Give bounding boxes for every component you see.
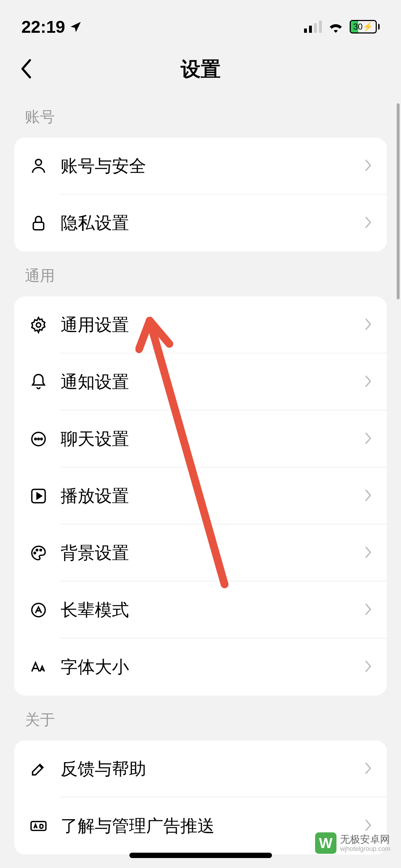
location-icon bbox=[70, 20, 82, 33]
chevron-right-icon bbox=[364, 602, 372, 618]
svg-point-10 bbox=[41, 438, 42, 440]
row-label: 字体大小 bbox=[61, 656, 364, 678]
watermark-subtitle: wjhotelgroup.com bbox=[340, 845, 390, 853]
chevron-right-icon bbox=[364, 818, 372, 834]
scrollbar[interactable] bbox=[397, 103, 400, 299]
person-icon bbox=[29, 156, 48, 176]
svg-point-8 bbox=[35, 438, 36, 440]
back-chevron-icon bbox=[18, 58, 34, 79]
row-label: 通知设置 bbox=[61, 371, 364, 393]
row-label: 播放设置 bbox=[61, 485, 364, 507]
svg-point-9 bbox=[38, 438, 39, 440]
svg-point-15 bbox=[40, 549, 41, 551]
chevron-right-icon bbox=[364, 659, 372, 675]
svg-point-16 bbox=[32, 603, 45, 617]
row-font-size[interactable]: 字体大小 bbox=[14, 639, 387, 696]
row-notifications[interactable]: 通知设置 bbox=[14, 353, 387, 410]
watermark-logo: W bbox=[315, 832, 336, 854]
chevron-right-icon bbox=[364, 158, 372, 174]
gear-icon bbox=[29, 315, 48, 335]
svg-rect-17 bbox=[31, 822, 46, 831]
row-chat[interactable]: 聊天设置 bbox=[14, 410, 387, 467]
nav-bar: 设置 bbox=[0, 46, 401, 93]
watermark: W 无极安卓网 wjhotelgroup.com bbox=[315, 832, 390, 854]
ad-icon bbox=[29, 816, 48, 836]
chat-icon bbox=[29, 429, 48, 449]
row-account-security[interactable]: 账号与安全 bbox=[14, 138, 387, 195]
status-time: 22:19 bbox=[21, 17, 65, 37]
wifi-icon bbox=[328, 21, 344, 33]
row-privacy[interactable]: 隐私设置 bbox=[14, 195, 387, 252]
row-label: 聊天设置 bbox=[61, 428, 364, 450]
row-elder-mode[interactable]: 长辈模式 bbox=[14, 582, 387, 639]
row-label: 隐私设置 bbox=[61, 212, 364, 234]
cellular-icon bbox=[304, 21, 322, 33]
chevron-right-icon bbox=[364, 317, 372, 333]
row-label: 长辈模式 bbox=[61, 599, 364, 621]
settings-group-general: 通用设置 通知设置 聊天设置 播放设置 背景设置 长辈模式 bbox=[14, 296, 387, 696]
svg-rect-5 bbox=[33, 222, 43, 230]
status-time-area: 22:19 bbox=[21, 17, 82, 37]
battery-indicator: 30⚡ bbox=[350, 20, 380, 33]
chevron-right-icon bbox=[364, 374, 372, 390]
svg-marker-12 bbox=[37, 493, 41, 499]
row-background[interactable]: 背景设置 bbox=[14, 525, 387, 582]
back-button[interactable] bbox=[18, 58, 34, 81]
chevron-right-icon bbox=[364, 488, 372, 504]
svg-point-6 bbox=[36, 323, 41, 327]
svg-point-13 bbox=[34, 552, 36, 554]
section-header-general: 通用 bbox=[0, 252, 401, 296]
row-label: 账号与安全 bbox=[61, 155, 364, 177]
chevron-right-icon bbox=[364, 545, 372, 561]
row-label: 反馈与帮助 bbox=[61, 758, 364, 780]
row-feedback[interactable]: 反馈与帮助 bbox=[14, 740, 387, 797]
row-label: 通用设置 bbox=[61, 314, 364, 336]
settings-group-account: 账号与安全 隐私设置 bbox=[14, 138, 387, 252]
row-general-settings[interactable]: 通用设置 bbox=[14, 296, 387, 353]
row-label: 背景设置 bbox=[61, 542, 364, 564]
bell-icon bbox=[29, 372, 48, 392]
section-header-account: 账号 bbox=[0, 93, 401, 138]
play-icon bbox=[29, 486, 48, 506]
svg-rect-2 bbox=[314, 23, 317, 33]
pencil-icon bbox=[29, 759, 48, 779]
svg-rect-3 bbox=[319, 21, 322, 33]
font-icon bbox=[29, 657, 48, 677]
section-header-about: 关于 bbox=[0, 696, 401, 740]
row-playback[interactable]: 播放设置 bbox=[14, 467, 387, 525]
svg-rect-0 bbox=[304, 29, 307, 33]
svg-point-4 bbox=[36, 159, 42, 165]
page-title: 设置 bbox=[181, 56, 221, 83]
svg-point-14 bbox=[36, 549, 38, 551]
chevron-right-icon bbox=[364, 431, 372, 447]
elder-icon bbox=[29, 600, 48, 620]
watermark-title: 无极安卓网 bbox=[340, 833, 390, 846]
palette-icon bbox=[29, 543, 48, 563]
chevron-right-icon bbox=[364, 215, 372, 231]
home-indicator[interactable] bbox=[129, 853, 272, 858]
status-bar: 22:19 30⚡ bbox=[0, 0, 401, 46]
lock-icon bbox=[29, 213, 48, 233]
status-right: 30⚡ bbox=[304, 20, 380, 33]
svg-rect-1 bbox=[309, 26, 312, 33]
chevron-right-icon bbox=[364, 761, 372, 777]
